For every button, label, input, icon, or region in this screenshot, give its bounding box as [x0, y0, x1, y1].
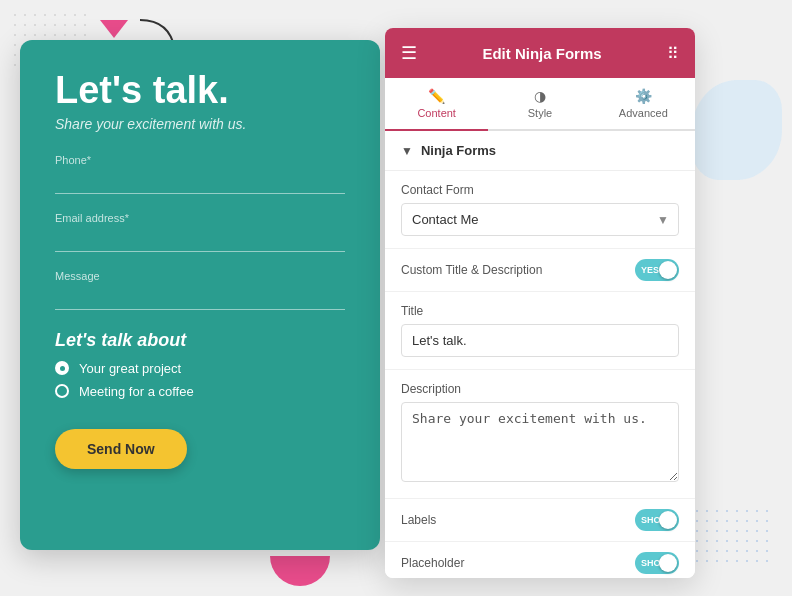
placeholder-toggle[interactable]: SHOW: [635, 552, 679, 574]
card-subtitle: Share your excitement with us.: [55, 116, 345, 132]
description-label: Description: [401, 382, 679, 396]
grid-icon[interactable]: ⠿: [667, 44, 679, 63]
blob-decoration: [692, 80, 782, 180]
radio-project[interactable]: Your great project: [55, 361, 345, 376]
advanced-tab-label: Advanced: [619, 107, 668, 119]
content-tab-icon: ✏️: [428, 88, 445, 104]
panel-title: Edit Ninja Forms: [482, 45, 601, 62]
send-button[interactable]: Send Now: [55, 429, 187, 469]
radio-circle-project: [55, 361, 69, 375]
tab-style[interactable]: ◑ Style: [488, 78, 591, 129]
panel-header: ☰ Edit Ninja Forms ⠿: [385, 28, 695, 78]
talk-about-heading: Let's talk about: [55, 330, 345, 351]
title-input[interactable]: [401, 324, 679, 357]
phone-input[interactable]: [55, 170, 345, 194]
placeholder-toggle-row: Placeholder SHOW: [385, 542, 695, 578]
tab-content[interactable]: ✏️ Content: [385, 78, 488, 131]
message-label: Message: [55, 270, 345, 282]
custom-title-toggle-row: Custom Title & Description YES: [385, 249, 695, 292]
email-field[interactable]: Email address*: [55, 212, 345, 252]
radio-circle-coffee: [55, 384, 69, 398]
title-field-group: Title: [385, 292, 695, 370]
contact-form-select[interactable]: Contact Me: [401, 203, 679, 236]
labels-label: Labels: [401, 513, 436, 527]
labels-toggle-row: Labels SHOW: [385, 499, 695, 542]
advanced-tab-icon: ⚙️: [635, 88, 652, 104]
semicircle-decoration: [270, 556, 330, 586]
custom-title-toggle-text: YES: [641, 265, 659, 275]
dots-decoration-br: [692, 506, 772, 566]
labels-toggle-track[interactable]: SHOW: [635, 509, 679, 531]
ninja-forms-section-header: ▼ Ninja Forms: [385, 131, 695, 171]
custom-title-toggle-track[interactable]: YES: [635, 259, 679, 281]
hamburger-icon[interactable]: ☰: [401, 42, 417, 64]
message-input[interactable]: [55, 286, 345, 310]
style-tab-label: Style: [528, 107, 552, 119]
custom-title-label: Custom Title & Description: [401, 263, 542, 277]
panel-tabs: ✏️ Content ◑ Style ⚙️ Advanced: [385, 78, 695, 131]
phone-field[interactable]: Phone*: [55, 154, 345, 194]
contact-form-label: Contact Form: [401, 183, 679, 197]
placeholder-toggle-track[interactable]: SHOW: [635, 552, 679, 574]
style-tab-icon: ◑: [534, 88, 546, 104]
contact-form-group: Contact Form Contact Me ▼: [385, 171, 695, 249]
edit-panel: ☰ Edit Ninja Forms ⠿ ✏️ Content ◑ Style …: [385, 28, 695, 578]
card-heading: Let's talk.: [55, 70, 345, 112]
radio-coffee-label: Meeting for a coffee: [79, 384, 194, 399]
description-field-group: Description Share your excitement with u…: [385, 370, 695, 499]
contact-form-select-wrapper[interactable]: Contact Me ▼: [401, 203, 679, 236]
custom-title-toggle-thumb: [659, 261, 677, 279]
phone-label: Phone*: [55, 154, 345, 166]
placeholder-label: Placeholder: [401, 556, 464, 570]
message-field[interactable]: Message: [55, 270, 345, 310]
panel-body: ▼ Ninja Forms Contact Form Contact Me ▼ …: [385, 131, 695, 578]
description-textarea[interactable]: Share your excitement with us.: [401, 402, 679, 482]
labels-toggle-thumb: [659, 511, 677, 529]
content-tab-label: Content: [417, 107, 456, 119]
teal-preview-card: Let's talk. Share your excitement with u…: [20, 40, 380, 550]
tab-advanced[interactable]: ⚙️ Advanced: [592, 78, 695, 129]
email-input[interactable]: [55, 228, 345, 252]
title-label: Title: [401, 304, 679, 318]
radio-coffee[interactable]: Meeting for a coffee: [55, 384, 345, 399]
placeholder-toggle-thumb: [659, 554, 677, 572]
email-label: Email address*: [55, 212, 345, 224]
section-arrow-icon: ▼: [401, 144, 413, 158]
radio-project-label: Your great project: [79, 361, 181, 376]
custom-title-toggle[interactable]: YES: [635, 259, 679, 281]
talk-about-section: Let's talk about Your great project Meet…: [55, 330, 345, 399]
section-title: Ninja Forms: [421, 143, 496, 158]
labels-toggle[interactable]: SHOW: [635, 509, 679, 531]
